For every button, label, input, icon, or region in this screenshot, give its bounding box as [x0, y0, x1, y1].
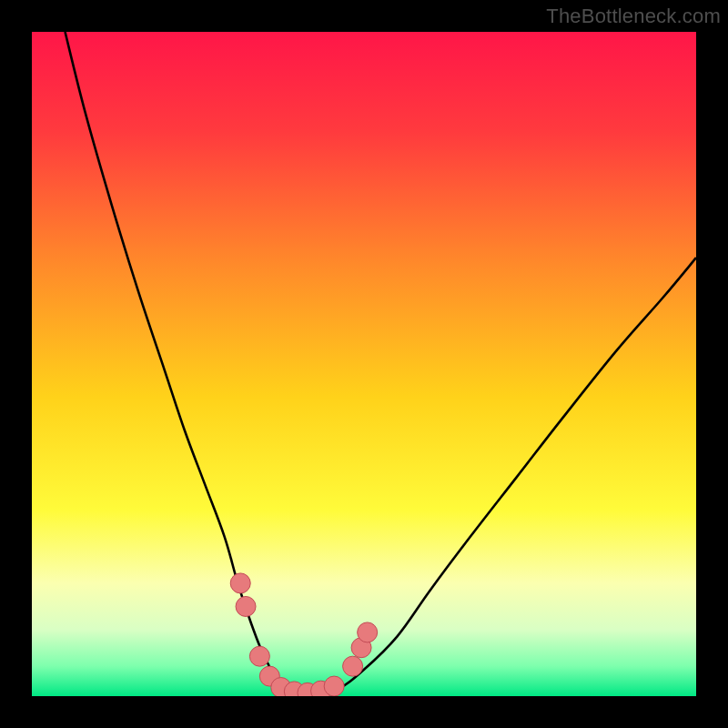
chart-area [32, 32, 696, 696]
bottleneck-chart [32, 32, 696, 696]
outer-frame: TheBottleneck.com [0, 0, 728, 728]
data-point [236, 596, 256, 616]
data-point [358, 622, 378, 642]
watermark-text: TheBottleneck.com [546, 5, 721, 28]
data-point [343, 656, 363, 676]
data-point [230, 573, 250, 593]
data-point [249, 646, 269, 666]
gradient-background [32, 32, 696, 696]
data-point [324, 676, 344, 696]
